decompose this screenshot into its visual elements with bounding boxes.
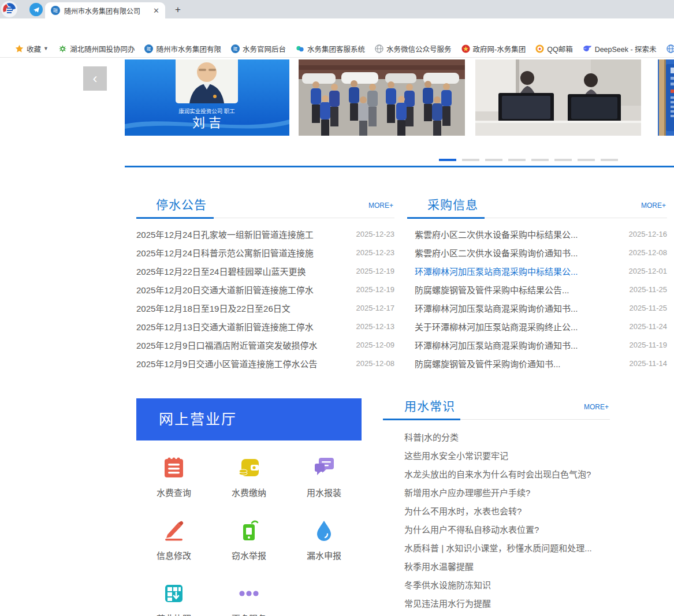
pager-dash[interactable] (485, 159, 502, 161)
list-item[interactable]: 防腐螺旋钢管及管件采购中标结果公告...2025-11-25 (415, 280, 667, 298)
browser-profile-logo-icon[interactable] (1, 1, 17, 17)
carousel-slide-employee-card[interactable]: 康润实业投资公司 职工 刘 吉 (125, 59, 289, 136)
outage-title-underline (136, 217, 214, 219)
bookmark-item[interactable]: 政府网-水务集团 (461, 43, 526, 54)
list-item[interactable]: 为什么用户不得私自移动水表位置? (404, 520, 610, 538)
list-item[interactable]: 环潭柳林河加压泵站商混采购询价通知书...2025-11-19 (415, 335, 667, 354)
list-item[interactable]: 为什么不用水时，水表也会转? (404, 501, 610, 520)
pager-dash[interactable] (554, 159, 572, 161)
bookmark-favorites[interactable]: 收藏 ▼ (15, 43, 49, 54)
service-more[interactable]: 更多服务 (211, 572, 286, 616)
pager-dash[interactable] (508, 159, 526, 161)
service-leak-report[interactable]: 漏水申报 (286, 509, 362, 572)
report-phone-icon (236, 517, 262, 544)
list-item[interactable]: 这些用水安全小常识要牢记 (404, 446, 610, 464)
pager-dash[interactable] (462, 159, 479, 161)
knowledge-section: 用水常识 MORE+ 科普|水的分类 这些用水安全小常识要牢记 水龙头放出的自来… (383, 397, 610, 612)
service-water-fee-payment[interactable]: 水费缴纳 (211, 446, 286, 509)
service-label: 信息修改 (157, 549, 191, 561)
star-icon (15, 44, 24, 53)
list-item[interactable]: 2025年12月24日孔家坡一组新旧管道连接施工2025-12-23 (136, 225, 394, 243)
bookmark-item[interactable]: 随州市水务集团有限 (144, 43, 221, 54)
service-water-installation[interactable]: 用水报装 (286, 446, 362, 509)
license-download-icon (161, 580, 187, 607)
card-employee-name: 刘 吉 (192, 115, 221, 130)
list-item[interactable]: 水质科普 | 水知识小课堂，秒懂水质问题和处理... (404, 538, 610, 557)
online-hall-title: 网上营业厅 (159, 411, 237, 427)
service-theft-report[interactable]: 窃水举报 (211, 509, 286, 572)
list-item[interactable]: 环潭柳林河加压泵站商混采购询价通知书...2025-11-25 (415, 298, 667, 317)
procurement-section: 采购信息 MORE+ 紫雲府小区二次供水设备采购中标结果公...2025-12-… (407, 195, 667, 372)
list-item[interactable]: 2025年12月13日交通大道新旧管连接施工停水2025-12-13 (136, 317, 394, 335)
gov-emblem-icon (461, 44, 470, 53)
pager-dash[interactable] (439, 159, 456, 161)
list-item-highlighted[interactable]: 环潭柳林河加压泵站商混采购中标结果公...2025-12-01 (415, 262, 667, 280)
list-item[interactable]: 防腐螺旋钢管及管件采购询价通知书...2025-11-14 (415, 354, 667, 372)
carousel-slide-office-photo[interactable] (475, 59, 641, 136)
service-info-edit[interactable]: 信息修改 (136, 509, 211, 572)
list-item[interactable]: 2025年12月9日交通小区管道连接施工停水公告2025-12-08 (136, 354, 394, 372)
list-item[interactable]: 科普|水的分类 (404, 427, 610, 446)
new-tab-button[interactable]: + (172, 4, 184, 16)
list-item[interactable]: 紫雲府小区二次供水设备采购询价通知书...2025-12-08 (415, 243, 667, 262)
bookmark-item[interactable]: 水务官网后台 (231, 43, 286, 54)
online-hall-banner[interactable]: 网上营业厅 (136, 398, 362, 440)
outage-section-title: 停水公告 (156, 195, 207, 212)
bookmark-item[interactable]: DeepSeek - 探索未 (583, 43, 657, 54)
tab-close-icon[interactable]: ✕ (153, 6, 159, 15)
bookmark-item[interactable]: 湖北随州国投协同办 (58, 43, 135, 54)
list-item[interactable]: 2025年12月20日交通大道新旧管连接施工停水2025-12-19 (136, 280, 394, 298)
pager-dash[interactable] (578, 159, 595, 161)
procurement-list: 紫雲府小区二次供水设备采购中标结果公...2025-12-16 紫雲府小区二次供… (407, 225, 667, 372)
service-business-license[interactable]: 营业执照 (136, 572, 211, 616)
list-item[interactable]: 2025年12月24日科普示范公寓新旧管道连接施2025-12-23 (136, 243, 394, 262)
pinned-tab-telegram[interactable] (29, 3, 43, 16)
carousel-prev-button[interactable]: ‹ (83, 66, 107, 91)
qq-mail-icon (535, 44, 544, 53)
outage-more-link[interactable]: MORE+ (368, 201, 393, 210)
procurement-section-title: 采购信息 (427, 195, 478, 212)
bookmark-item[interactable]: 水务微信公众号服务 (375, 43, 452, 54)
knowledge-section-title: 用水常识 (404, 397, 455, 414)
list-item[interactable]: 新增用水户应办理哪些开户手续? (404, 483, 610, 501)
list-item[interactable]: 秋季用水温馨提醒 (404, 557, 610, 575)
deepseek-whale-icon (583, 44, 592, 53)
service-water-fee-query[interactable]: 水费查询 (136, 446, 211, 509)
bookmark-item[interactable]: QQ邮箱 (535, 43, 572, 54)
pager-dash[interactable] (601, 159, 618, 161)
globe-blue-icon (666, 44, 674, 53)
list-item[interactable]: 紫雲府小区二次供水设备采购中标结果公...2025-12-16 (415, 225, 667, 243)
pencil-edit-icon (161, 517, 187, 544)
active-tab[interactable]: 随州市水务集团有限公司 ✕ (45, 2, 165, 18)
bookmark-item[interactable]: 水务集团客服系统 (296, 43, 365, 54)
globe-gray-icon (375, 44, 383, 53)
knowledge-more-link[interactable]: MORE+ (584, 403, 609, 411)
list-item[interactable]: 常见违法用水行为提醒 (404, 593, 610, 612)
service-label: 更多服务 (232, 612, 266, 616)
list-item[interactable]: 关于环潭柳林河加压泵站商混采购终止公...2025-11-24 (415, 317, 667, 335)
list-item[interactable]: 水龙头放出的自来水为什么有时会出现白色气泡? (404, 464, 610, 483)
navigation-bar: AI szcswater.com (0, 18, 674, 40)
carousel-slide-poster[interactable] (658, 59, 674, 136)
pager-dash[interactable] (531, 159, 549, 161)
list-item[interactable]: 2025年12月18日至19日及22日至26日文2025-12-17 (136, 298, 394, 317)
list-item[interactable]: 2025年12月22日至24日碧桂园翠山蓝天更换2025-12-19 (136, 262, 394, 280)
browser-window: 随州市水务集团有限公司 ✕ + AI szcswater.com (0, 0, 674, 616)
section-divider-line (125, 166, 674, 167)
green-flower-icon (58, 44, 67, 53)
procurement-title-underline (407, 217, 485, 219)
list-item[interactable]: 冬季供水设施防冻知识 (404, 575, 610, 593)
tab-bar: 随州市水务集团有限公司 ✕ + (0, 0, 674, 18)
carousel-slide-group-photo[interactable] (299, 59, 465, 136)
water-drop-icon (311, 517, 337, 544)
bookmark-item[interactable]: 政策法 (666, 43, 674, 54)
bookmarks-bar: 收藏 ▼ 湖北随州国投协同办 随州市水务集团有限 水务官网后台 (0, 40, 674, 58)
procurement-more-link[interactable]: MORE+ (641, 201, 666, 210)
more-dots-icon (236, 580, 262, 607)
list-item[interactable]: 2025年12月9日口福酒店附近管道突发破损停水2025-12-09 (136, 335, 394, 354)
chevron-down-icon: ▼ (43, 46, 49, 51)
water-logo-icon (144, 44, 153, 53)
knowledge-title-underline (383, 419, 460, 420)
service-label: 营业执照 (157, 612, 191, 616)
outage-list: 2025年12月24日孔家坡一组新旧管道连接施工2025-12-23 2025年… (136, 225, 394, 372)
